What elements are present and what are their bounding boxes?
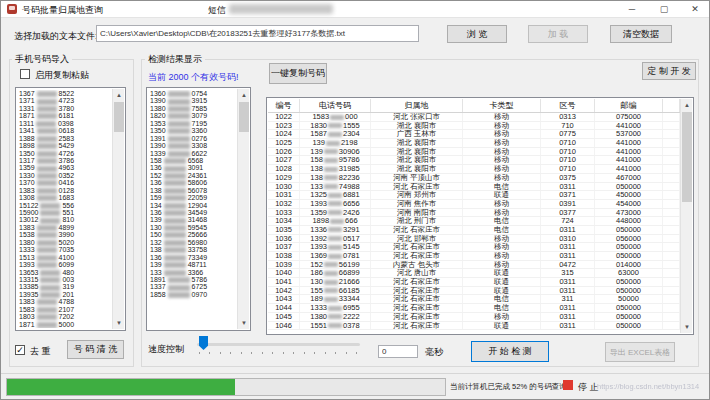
phone-list-item[interactable]: 13834899 [19,224,111,231]
phone-list-item[interactable]: 15383990 [19,231,111,238]
phone-list-item[interactable]: 13805020 [19,239,111,246]
phone-list-item[interactable]: 13337035 [19,246,111,253]
stop-icon[interactable] [563,380,573,390]
phone-list-item[interactable]: 1333366 [150,269,236,276]
table-row[interactable]: 104615510378河北 石家庄市联通0311050000 [268,322,680,331]
table-row[interactable]: 104318933344河北 石家庄市电信31150000 [268,295,680,304]
scroll-up-icon[interactable]: ▲ [681,99,693,111]
phone-list-item[interactable]: 15134100 [19,254,111,261]
phone-list-item[interactable]: 13634549 [150,209,236,216]
export-excel-button[interactable]: 导出 EXCEL表格 [605,342,675,362]
phone-list-item[interactable]: 13412904 [150,202,236,209]
phone-list-item[interactable]: 13081683 [19,194,111,201]
phone-list-item[interactable]: 13256980 [150,239,236,246]
browse-button[interactable]: 浏 览 [447,25,507,43]
valid-numbers-list[interactable]: 1360075413903915138075851820307913537195… [146,87,251,331]
phone-list-item[interactable]: 15832107 [19,306,111,313]
speed-slider-track[interactable] [197,343,360,346]
stop-button[interactable]: 停 止 [578,381,599,394]
phone-list-item[interactable]: 18037202 [19,313,111,320]
phone-list-item[interactable]: 13396622 [150,150,236,157]
table-row[interactable]: 103213936656河南 焦作市移动0391454000 [268,200,680,209]
table-row[interactable]: 104018666899河北 唐山市联通31563000 [268,269,680,278]
scroll-down-icon[interactable]: ▼ [681,321,693,333]
table-row[interactable]: 104513802222河北 石家庄市移动0311050000 [268,313,680,322]
phone-list-item[interactable]: 1363091 [150,164,236,171]
custom-dev-button[interactable]: 定 制 开 发 [642,62,696,80]
table-row[interactable]: 103915256199内蒙古 包头市移动0472014000 [268,261,680,270]
phone-list-item[interactable]: 13935201 [19,291,111,298]
phone-list-item[interactable]: 13910276 [150,135,236,142]
phone-list-item[interactable]: 13376725 [150,283,236,290]
table-row[interactable]: 103713935145河北 石家庄市移动0311050000 [268,243,680,252]
phone-list-item[interactable]: 13936099 [19,261,111,268]
scroll-up-icon[interactable]: ▲ [238,89,250,101]
phone-list-item[interactable]: 13503360 [150,127,236,134]
phone-list-item[interactable]: 13948711 [150,261,236,268]
phone-list-item[interactable]: 13300352 [19,172,111,179]
phone-list-item[interactable]: 18716181 [19,112,111,119]
scrollbar-thumb[interactable] [682,112,692,202]
phone-list-item[interactable]: 13673349 [150,254,236,261]
table-row[interactable]: 102318301555湖北 襄阳市移动710441000 [268,122,680,131]
column-header[interactable]: 归属地 [371,99,463,112]
start-detection-button[interactable]: 开 始 检 测 [471,341,549,362]
table-row[interactable]: 10251392198湖北 襄阳市移动0710441000 [268,139,680,148]
table-row[interactable]: 10221583000河北 张家口市移动0313075000 [268,113,680,122]
close-icon[interactable]: ✕ [680,1,710,17]
table-row[interactable]: 103313592426河南 南阳市移动0377473000 [268,209,680,218]
phone-list-item[interactable]: 13830128 [19,187,111,194]
import-list-scrollbar[interactable]: ▲ ▼ [112,89,124,329]
scrollbar-thumb[interactable] [239,102,249,132]
phone-list-item[interactable]: 13537195 [150,120,236,127]
phone-list-item[interactable]: 18203079 [150,112,236,119]
phone-list-item[interactable]: 13700416 [19,179,111,186]
dedupe-checkbox[interactable]: ✓ [15,345,25,355]
table-row[interactable]: 102613930906湖北 襄阳市移动0710441000 [268,148,680,157]
scroll-down-icon[interactable]: ▼ [238,317,250,329]
phone-list-item[interactable]: 13714723 [19,97,111,104]
phone-list-item[interactable]: 13903915 [150,97,236,104]
scroll-down-icon[interactable]: ▼ [113,317,125,329]
phone-list-item[interactable]: 18715000 [19,321,111,328]
table-row[interactable]: 103513363291河北 石家庄市电信0311050000 [268,226,680,235]
phone-list-item[interactable]: 13173786 [19,157,111,164]
column-header[interactable]: 电话号码 [300,99,371,112]
phone-list-item[interactable]: 15900551 [19,209,111,216]
column-header[interactable]: 卡类型 [463,99,541,112]
load-button[interactable]: 加 载 [528,25,588,43]
phone-list-item[interactable]: 13903308 [150,142,236,149]
phone-list-item[interactable]: 18580970 [150,291,236,298]
phone-list-item[interactable]: 13504726 [19,150,111,157]
phone-list-item[interactable]: 13385319 [19,283,111,290]
phone-list-item[interactable]: 13658606 [150,179,236,186]
scroll-up-icon[interactable]: ▲ [113,89,125,101]
table-row[interactable]: 103113256881河南 郑州市联通0371450000 [268,191,680,200]
phone-list-item[interactable]: 15224361 [150,172,236,179]
phone-list-item[interactable]: 13833758 [150,246,236,253]
table-row[interactable]: 102913882236河南 平顶山市移动0375467000 [268,174,680,183]
table-row[interactable]: 104413336955河北 石家庄市电信0311050000 [268,304,680,313]
phone-list-item[interactable]: 1586568 [150,157,236,164]
table-row[interactable]: 103013374988河北 石家庄市电信0311050000 [268,183,680,192]
table-row[interactable]: 102813831985湖北 襄阳市移动0710441000 [268,165,680,174]
phone-list-item[interactable]: 13882583 [19,135,111,142]
delay-ms-input[interactable] [378,345,418,358]
phone-list-item[interactable]: 13313780 [19,105,111,112]
phone-list-item[interactable]: 15122556 [19,202,111,209]
table-row[interactable]: 104113021666河北 石家庄市联通0311050000 [268,278,680,287]
phone-list-item[interactable]: 18915786 [150,276,236,283]
phone-list-item[interactable]: 13600754 [150,90,236,97]
import-numbers-list[interactable]: 1367852213714723133137801871618113110398… [15,87,126,331]
phone-list-item[interactable]: 13931468 [150,216,236,223]
phone-list-item[interactable]: 13410618 [19,127,111,134]
file-path-input[interactable]: C:\Users\Xavier\Desktop\CDB\在20183251去重整… [96,25,419,42]
copy-numbers-button[interactable]: 一键复制号码 [269,63,327,84]
phone-list-item[interactable]: 15025666 [150,231,236,238]
phone-list-item[interactable]: 13594963 [19,164,111,171]
column-header[interactable]: 编号 [268,99,300,112]
phone-list-item[interactable]: 13315003 [19,276,111,283]
clear-data-button[interactable]: 清空数据 [610,25,672,43]
phone-list-item[interactable]: 15922059 [150,194,236,201]
phone-list-item[interactable]: 13059545 [150,224,236,231]
